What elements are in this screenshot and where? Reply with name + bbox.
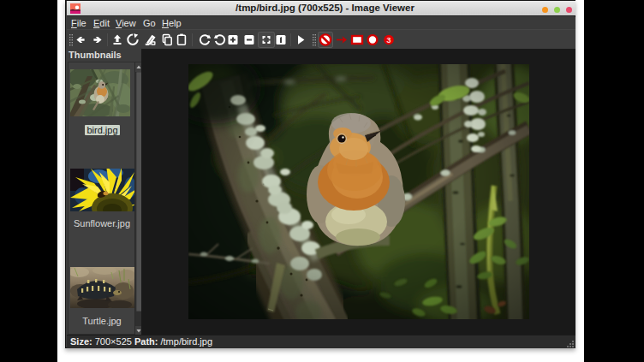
svg-text:3: 3 xyxy=(386,35,391,45)
